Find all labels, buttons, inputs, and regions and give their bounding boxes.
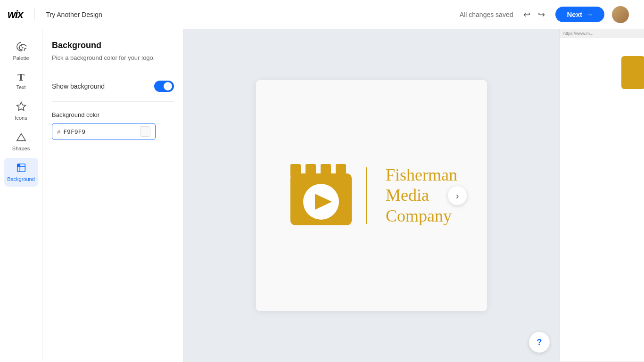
avatar-image <box>612 6 629 23</box>
logo-icon <box>286 159 356 232</box>
panel-title: Background <box>52 41 174 50</box>
next-button-label: Next <box>567 10 582 18</box>
sidebar-item-palette[interactable]: Palette <box>4 37 38 66</box>
text-icon: T <box>17 72 25 82</box>
color-swatch[interactable] <box>140 126 150 137</box>
header-actions: All changes saved ↩ ↪ Next → <box>102 6 636 23</box>
svg-point-1 <box>22 47 23 49</box>
redo-button[interactable]: ↪ <box>535 8 548 22</box>
changes-saved-text: All changes saved <box>460 11 513 18</box>
sidebar-item-text[interactable]: T Text <box>4 67 38 95</box>
next-arrow-icon: → <box>586 10 593 18</box>
svg-point-0 <box>19 47 20 49</box>
page-title: Try Another Design <box>46 11 102 18</box>
icon-sidebar: Palette T Text Icons Shapes <box>0 29 42 362</box>
background-color-label: Background color <box>52 111 174 118</box>
logo-text-line2: Media <box>386 185 457 206</box>
palette-label: Palette <box>13 55 29 61</box>
preview-browser: https://www.m... <box>560 29 644 362</box>
sidebar-item-background[interactable]: Background <box>4 158 38 187</box>
canvas-area: Fisherman Media Company › ? <box>184 29 559 362</box>
wix-logo-text: wix <box>8 8 23 21</box>
show-background-label: Show background <box>52 82 105 90</box>
svg-rect-5 <box>17 164 20 167</box>
background-label: Background <box>7 176 35 182</box>
preview-content <box>560 38 644 93</box>
shapes-icon <box>16 132 26 144</box>
chevron-right-icon: › <box>456 190 459 201</box>
panel-divider-middle <box>52 101 174 102</box>
svg-marker-3 <box>17 102 25 110</box>
help-button[interactable]: ? <box>529 332 550 353</box>
preview-logo-partial <box>621 56 644 89</box>
redo-icon: ↪ <box>538 10 545 19</box>
logo-text-line3: Company <box>386 206 457 226</box>
palette-icon <box>16 41 26 53</box>
text-label: Text <box>16 84 25 90</box>
header: wix Try Another Design All changes saved… <box>0 0 644 29</box>
sidebar-item-shapes[interactable]: Shapes <box>4 127 38 156</box>
undo-icon: ↩ <box>523 10 530 19</box>
svg-point-2 <box>20 45 22 47</box>
icons-icon <box>16 101 26 113</box>
background-panel: Background Pick a background color for y… <box>42 29 184 362</box>
background-icon <box>16 163 26 174</box>
undo-button[interactable]: ↩ <box>520 8 533 22</box>
color-value-input[interactable] <box>63 128 140 135</box>
panel-subtitle: Pick a background color for your logo. <box>52 54 174 61</box>
canvas-next-button[interactable]: › <box>448 186 467 205</box>
app-body: Palette T Text Icons Shapes <box>0 29 644 362</box>
svg-rect-10 <box>336 164 346 177</box>
panel-divider-top <box>52 71 174 71</box>
svg-rect-8 <box>305 164 316 177</box>
show-background-toggle[interactable] <box>154 81 174 92</box>
logo-inner: Fisherman Media Company <box>286 159 457 232</box>
logo-text-container: Fisherman Media Company <box>386 165 457 226</box>
toggle-thumb <box>164 82 172 90</box>
header-divider <box>34 8 34 21</box>
shapes-label: Shapes <box>12 146 30 151</box>
undo-redo-group: ↩ ↪ <box>520 8 548 22</box>
preview-url-bar: https://www.m... <box>560 29 644 38</box>
svg-rect-7 <box>290 164 301 177</box>
logo-text-line1: Fisherman <box>386 165 457 185</box>
header-logo: wix Try Another Design <box>8 8 102 21</box>
sidebar-item-icons[interactable]: Icons <box>4 97 38 125</box>
svg-rect-9 <box>321 164 331 177</box>
help-icon: ? <box>537 337 542 347</box>
preview-strip: https://www.m... <box>559 29 644 362</box>
next-button[interactable]: Next → <box>555 7 604 22</box>
show-background-row: Show background <box>52 81 174 92</box>
icons-label: Icons <box>15 115 27 121</box>
toggle-track <box>154 81 174 92</box>
avatar[interactable] <box>612 6 629 23</box>
color-input-row[interactable]: # <box>52 123 156 140</box>
logo-vertical-divider <box>366 167 367 224</box>
hash-symbol: # <box>57 128 60 135</box>
